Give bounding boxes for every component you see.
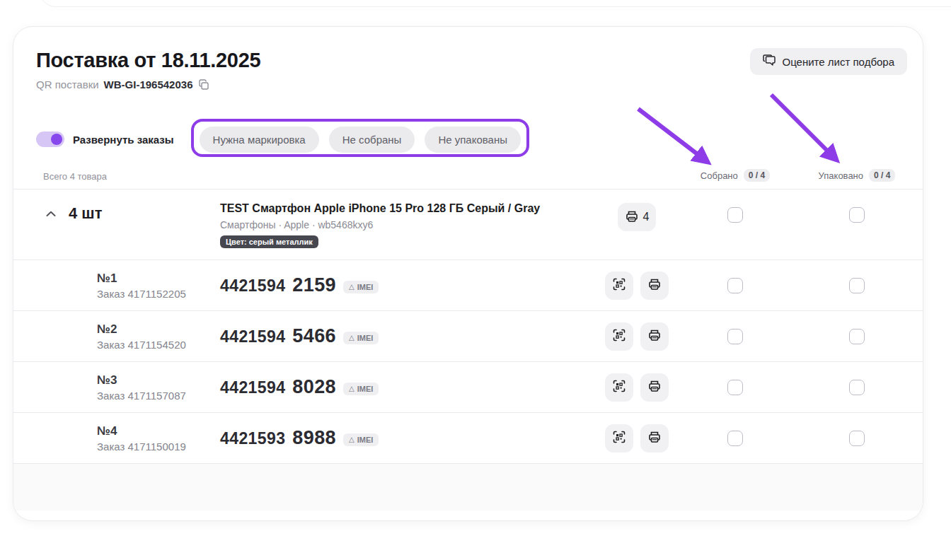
qr-scan-icon [612,379,626,395]
row-actions-cell [594,272,679,300]
order-num-cell: №4 Заказ 4171150019 [36,424,212,453]
expand-orders-label: Развернуть заказы [73,134,174,146]
collected-checkbox[interactable] [727,278,743,293]
sticker-code: 5466 [292,325,336,347]
sticker-prefix: 4421594 [220,276,285,296]
collected-checkbox[interactable] [727,329,743,344]
collected-column-header: Собрано 0 / 4 [679,169,791,182]
chevron-up-icon[interactable] [43,208,59,220]
sticker-prefix: 4421594 [220,327,285,346]
warning-icon: △ [349,284,355,291]
print-count: 4 [643,211,650,223]
printer-icon [647,277,662,293]
scan-code-button[interactable] [605,272,633,300]
order-number: №3 [97,373,212,387]
sticker-code: 8988 [292,427,336,449]
imei-badge: △IMEI [343,433,379,446]
toggle-knob [51,134,62,145]
scan-code-button[interactable] [605,322,633,351]
packed-checkbox[interactable] [849,278,865,293]
collected-checkbox[interactable] [727,380,743,395]
product-title: TEST Смартфон Apple iPhone 15 Pro 128 ГБ… [220,202,594,216]
sticker-cell: 4421594 2159 △IMEI [212,274,594,296]
imei-badge: △IMEI [343,383,379,395]
printer-icon [625,209,639,226]
title-block: Поставка от 18.11.2025 QR поставки WB-GI… [36,48,260,91]
sticker-prefix: 4421594 [220,378,285,397]
table-header: Всего 4 товара Собрано 0 / 4 Упаковано 0… [13,161,923,189]
packed-label: Упаковано [819,170,863,181]
packed-checkbox[interactable] [849,431,865,446]
filter-chip-needs-marking[interactable]: Нужна маркировка [200,127,319,153]
card-footer [13,464,923,511]
group-collected-checkbox[interactable] [727,207,743,223]
printer-icon [647,379,662,395]
print-sticker-button[interactable] [640,272,669,300]
warning-icon: △ [349,385,355,392]
warning-icon: △ [349,334,355,342]
order-number: №1 [97,272,212,286]
qr-scan-icon [612,328,626,344]
scan-code-button[interactable] [605,424,633,453]
group-actions-cell: 4 [594,203,679,231]
print-all-button[interactable]: 4 [618,203,657,231]
packed-checkbox[interactable] [849,329,865,344]
row-actions-cell [594,424,679,453]
expand-orders-toggle[interactable] [36,132,64,147]
qr-row: QR поставки WB-GI-196542036 [36,78,260,91]
order-num-cell: №3 Заказ 4171157087 [36,373,212,402]
order-num-cell: №1 Заказ 4171152205 [36,272,212,300]
rate-button-label: Оцените лист подбора [783,56,894,68]
product-cell: TEST Смартфон Apple iPhone 15 Pro 128 ГБ… [212,202,594,248]
row-actions-cell [594,322,679,351]
order-id: Заказ 4171152205 [97,288,212,300]
packed-column-header: Упаковано 0 / 4 [791,169,923,182]
sticker-code: 2159 [292,274,336,296]
order-num-cell: №2 Заказ 4171154520 [36,322,212,351]
order-number: №2 [97,322,212,337]
filter-chip-not-collected[interactable]: Не собраны [329,127,415,153]
qr-scan-icon [612,430,626,446]
qr-scan-icon [612,277,626,293]
filter-chips-group: Нужна маркировка Не собраны Не упакованы [191,122,529,157]
collected-checkbox[interactable] [727,431,743,446]
product-group-row: 4 шт TEST Смартфон Apple iPhone 15 Pro 1… [13,189,923,260]
filter-chip-not-packed[interactable]: Не упакованы [425,127,521,153]
collected-count-badge: 0 / 4 [744,169,770,182]
sticker-cell: 4421594 5466 △IMEI [212,325,594,347]
order-id: Заказ 4171157087 [97,390,212,402]
card-header: Поставка от 18.11.2025 QR поставки WB-GI… [13,27,923,91]
imei-badge: △IMEI [343,281,379,293]
collected-label: Собрано [701,170,738,181]
order-id: Заказ 4171154520 [97,339,212,351]
rate-picking-list-button[interactable]: Оцените лист подбора [750,48,907,75]
print-sticker-button[interactable] [640,322,669,351]
sticker-prefix: 4421593 [220,429,285,448]
group-packed-checkbox[interactable] [849,207,865,223]
group-qty-cell: 4 шт [36,204,212,223]
imei-badge: △IMEI [343,332,379,344]
feedback-icon [763,54,776,69]
order-id: Заказ 4171150019 [97,441,212,453]
print-sticker-button[interactable] [640,424,669,453]
previous-card-edge [39,0,951,7]
qr-value: WB-GI-196542036 [104,78,193,91]
sticker-cell: 4421594 8028 △IMEI [212,376,594,398]
scan-code-button[interactable] [605,373,633,402]
sticker-code: 8028 [292,376,336,398]
product-meta: Смартфоны · Apple · wb5468kxy6 [220,219,594,231]
printer-icon [647,328,662,344]
color-badge: Цвет: серый металлик [220,235,318,248]
packed-checkbox[interactable] [849,380,865,395]
row-actions-cell [594,373,679,402]
warning-icon: △ [349,436,355,443]
printer-icon [647,430,662,446]
supply-card: Поставка от 18.11.2025 QR поставки WB-GI… [13,26,923,521]
group-qty: 4 шт [69,204,102,223]
controls-row: Развернуть заказы Нужна маркировка Не со… [36,122,923,157]
order-row: №4 Заказ 4171150019 4421593 8988 △IMEI [13,413,923,464]
copy-icon[interactable] [198,79,209,91]
order-row: №3 Заказ 4171157087 4421594 8028 △IMEI [13,362,923,413]
print-sticker-button[interactable] [640,373,669,402]
total-items-label: Всего 4 товара [36,171,212,182]
